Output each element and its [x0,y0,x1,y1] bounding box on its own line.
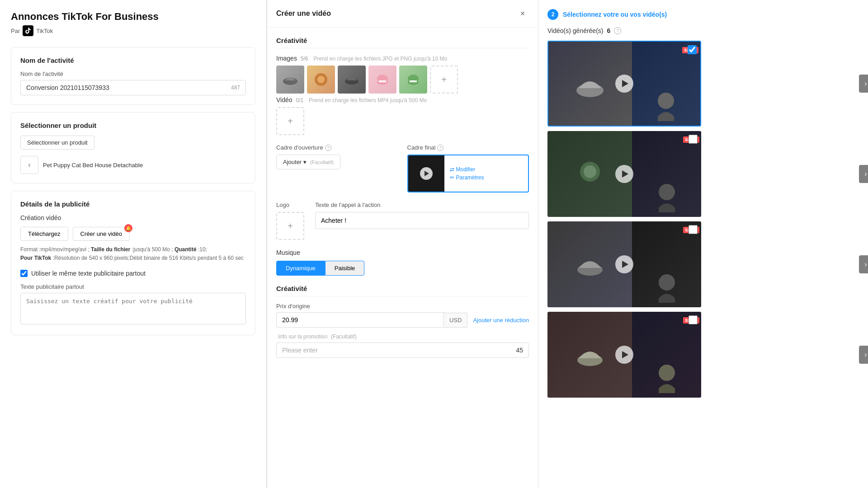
modal-header: Créer une vidéo × [267,0,538,28]
cta-label: Texte de l'appel à l'action [315,202,529,208]
video-1-next-arrow[interactable]: › [859,75,868,93]
video-item-2[interactable]: $29.95 [547,131,701,217]
info-promotion-label: Info sur la promotion (Facultatif) [276,333,529,340]
cadre-final-item: Cadre final ? ⇄ Modifier [407,144,529,192]
same-text-checkbox[interactable] [20,270,28,277]
activity-section-title: Nom de l'activité [20,56,246,64]
left-panel: Annonces TikTok For Business Par TikTok … [0,0,267,488]
cadre-ouverture-item: Cadre d'ouverture ? Ajouter ▾ (Facultati… [276,144,398,192]
video-4-next-arrow[interactable]: › [859,346,868,364]
reduction-link[interactable]: Ajouter une réduction [473,317,529,324]
videos-generated-header: Vidéo(s) générée(s) 6 ? [547,27,859,34]
product-name: Pet Puppy Cat Bed House Detachable [43,162,143,169]
right-panel: 2 Sélectionnez votre ou vos vidéo(s) Vid… [538,0,868,488]
video-row-header: Vidéo 0/1 Prend en charge les fichiers M… [276,96,529,103]
video-item-1[interactable]: $20.95 [547,41,701,127]
video-item-3-wrapper: $29.95 › [547,221,859,307]
video-list: $20.95 › [547,41,859,398]
video-item-4[interactable]: $29.95 [547,312,701,398]
svg-point-11 [658,93,674,109]
prix-label: Prix d'origine [276,303,529,310]
cadre-final-box: ⇄ Modifier ✏ Paramètres [407,155,529,192]
info-placeholder: Please enter [282,347,318,354]
info-promotion-input[interactable]: Please enter 45 [276,343,529,358]
by-label: Par [11,28,20,34]
images-hint: Prend en charge les fichiers JPG et PNG … [313,56,447,62]
video-row: + [276,107,529,135]
svg-point-18 [659,365,675,381]
video-4-play-button[interactable] [615,346,633,364]
video-count: 0/1 [296,97,303,103]
tiktok-value: :Résolution de 540 x 960 pixels;Débit bi… [53,255,244,261]
image-thumb-5[interactable] [399,66,427,94]
videos-help-icon[interactable]: ? [614,27,621,34]
same-text-row: Utiliser le même texte publicitaire part… [20,270,246,277]
creativite-section: Créativité Images 5/6 Prend en charge le… [276,37,529,135]
create-video-button[interactable]: Créer une vidéo [73,227,130,241]
svg-point-16 [659,274,675,291]
modal-close-button[interactable]: × [516,7,529,20]
notification-badge: 🔔 [124,224,132,232]
checkbox-section: Utiliser le même texte publicitaire part… [20,270,246,326]
prix-input[interactable] [276,312,444,328]
svg-point-13 [584,165,596,178]
info-promotion-section: Info sur la promotion (Facultatif) Pleas… [276,333,529,358]
cadre-ouverture-help-icon[interactable]: ? [325,145,331,151]
play-icon [425,171,429,176]
video-1-play-button[interactable] [615,75,633,93]
dynamique-button[interactable]: Dynamique [276,261,325,276]
creativite2-header: Créativité [276,285,529,296]
activity-name-input[interactable]: Conversion 20210115073933 487 [20,80,246,95]
musique-section: Musique Dynamique Paisible [276,249,529,276]
add-image-button[interactable]: + [430,66,458,94]
step-badge: 2 [547,9,558,20]
same-text-label: Utiliser le même texte publicitaire part… [31,270,146,277]
cadre-ajouter-button[interactable]: Ajouter ▾ (Facultatif) [276,155,340,169]
app-title: Annonces TikTok For Business [11,11,255,23]
paisible-button[interactable]: Paisible [325,261,365,276]
taille-value: :jusqu'à 500 Mo ; [132,246,173,253]
activity-name-count: 487 [231,84,240,91]
images-row: + [276,66,529,94]
cadre-final-actions: ⇄ Modifier ✏ Paramètres [444,155,490,192]
video-3-next-arrow[interactable]: › [859,255,868,273]
video-2-checkbox[interactable] [689,135,698,144]
activity-section: Nom de l'activité Nom de l'activité Conv… [11,47,255,105]
cadre-play-button[interactable] [420,167,433,180]
video-2-next-arrow[interactable]: › [859,165,868,183]
texte-textarea[interactable] [20,293,246,324]
cta-input[interactable] [315,212,529,229]
video-2-play-button[interactable] [615,165,633,183]
creation-btn-group: Téléchargez Créer une vidéo 🔔 [20,227,246,241]
image-thumb-3[interactable] [338,66,366,94]
select-product-button[interactable]: Sélectionner un produit [20,136,94,150]
upload-button[interactable]: Téléchargez [20,227,68,241]
video-1-checkbox[interactable] [688,45,697,54]
video-3-play-button[interactable] [615,255,633,273]
image-thumb-4[interactable] [368,66,396,94]
prix-row: USD Ajouter une réduction [276,312,529,328]
video-item-1-wrapper: $20.95 › [547,41,859,127]
currency-label: USD [444,313,467,328]
image-thumb-2[interactable] [307,66,335,94]
add-logo-button[interactable]: + [276,212,304,240]
image-thumb-1[interactable] [276,66,304,94]
taille-label: Taille du fichier [91,246,130,253]
product-prev-arrow[interactable]: ‹ [20,156,38,174]
info-count: 45 [516,347,523,354]
cadre-final-help-icon[interactable]: ? [437,145,443,151]
play-triangle-icon-4 [622,351,628,358]
logo-box: Logo + [276,202,308,240]
cadre-section: Cadre d'ouverture ? Ajouter ▾ (Facultati… [276,144,529,192]
video-3-right-bg: $29.95 [632,221,701,307]
create-video-modal: Créer une vidéo × Créativité Images 5/6 … [267,0,538,488]
add-video-button[interactable]: + [276,107,304,135]
video-4-checkbox[interactable] [689,315,698,324]
parametres-button[interactable]: ✏ Paramètres [450,174,484,181]
step-label: Sélectionnez votre ou vos vidéo(s) [563,11,667,18]
video-3-checkbox[interactable] [689,225,698,234]
musique-label: Musique [276,249,529,256]
modifier-button[interactable]: ⇄ Modifier [450,166,484,173]
video-item-3[interactable]: $29.95 [547,221,701,307]
details-section: Détails de la publicité Création vidéo T… [11,191,255,335]
